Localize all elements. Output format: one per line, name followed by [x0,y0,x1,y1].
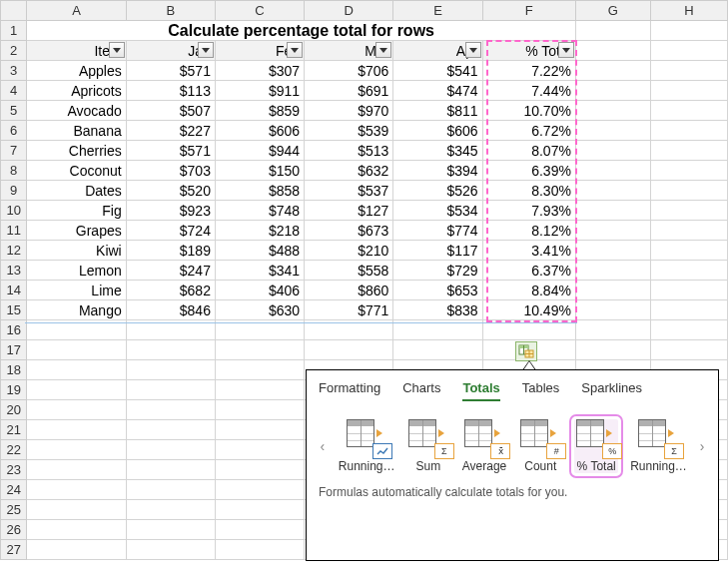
cell-feb[interactable]: $150 [215,161,304,181]
cell-feb[interactable]: $218 [215,221,304,241]
filter-icon[interactable] [198,42,214,58]
cell-empty[interactable] [215,480,304,500]
cell-item[interactable]: Apples [27,61,126,81]
cell-pct[interactable]: 8.07% [482,141,575,161]
cell-apr[interactable]: $729 [393,261,482,281]
cell-empty[interactable] [650,320,727,340]
cell-pct[interactable]: 7.93% [482,201,575,221]
cell-empty[interactable] [650,340,727,360]
cell-empty[interactable] [126,340,215,360]
cell-empty[interactable] [650,261,727,281]
cell-empty[interactable] [575,281,650,300]
cell-empty[interactable] [27,320,126,340]
cell-item[interactable]: Grapes [27,221,126,241]
col-header-E[interactable]: E [393,1,482,21]
cell-jan[interactable]: $571 [126,61,215,81]
cell-feb[interactable]: $630 [215,300,304,320]
cell-item[interactable]: Apricots [27,81,126,101]
cell-apr[interactable]: $811 [393,101,482,121]
row-header[interactable]: 13 [1,261,27,281]
row-header[interactable]: 18 [1,360,27,380]
row-header[interactable]: 17 [1,340,27,360]
cell-empty[interactable] [126,480,215,500]
cell-jan[interactable]: $724 [126,221,215,241]
select-all-corner[interactable] [1,1,27,21]
cell-empty[interactable] [215,340,304,360]
cell-empty[interactable] [650,201,727,221]
cell-empty[interactable] [650,241,727,261]
cell-mar[interactable]: $706 [305,61,393,81]
cell-empty[interactable] [575,181,650,201]
gallery-item-running2[interactable]: Σ Running… [630,419,686,473]
row-header[interactable]: 23 [1,460,27,480]
cell-empty[interactable] [650,81,727,101]
cell-empty[interactable] [650,141,727,161]
row-header-1[interactable]: 1 [1,21,27,41]
tab-formatting[interactable]: Formatting [319,380,380,401]
cell-empty[interactable] [215,520,304,540]
cell-empty[interactable] [575,241,650,261]
row-header[interactable]: 19 [1,380,27,400]
cell-item[interactable]: Coconut [27,161,126,181]
cell-empty[interactable] [126,380,215,400]
tab-totals[interactable]: Totals [462,380,499,401]
col-header-G[interactable]: G [575,1,650,21]
cell-empty[interactable] [650,300,727,320]
cell-empty[interactable] [575,300,650,320]
cell-empty[interactable] [215,460,304,480]
cell-item[interactable]: Avocado [27,101,126,121]
cell-mar[interactable]: $860 [305,281,393,300]
cell-mar[interactable]: $632 [305,161,393,181]
cell-empty[interactable] [126,400,215,420]
cell-item[interactable]: Cherries [27,141,126,161]
row-header[interactable]: 5 [1,101,27,121]
row-header[interactable]: 16 [1,320,27,340]
cell-empty[interactable] [126,360,215,380]
filter-icon[interactable] [375,42,391,58]
cell-empty[interactable] [575,121,650,141]
cell-empty[interactable] [650,221,727,241]
row-header[interactable]: 7 [1,141,27,161]
cell-empty[interactable] [27,340,126,360]
cell-empty[interactable] [126,520,215,540]
cell-empty[interactable] [575,81,650,101]
cell-empty[interactable] [215,420,304,440]
row-header[interactable]: 8 [1,161,27,181]
row-header[interactable]: 4 [1,81,27,101]
header-item[interactable]: Item [27,41,126,61]
row-header[interactable]: 24 [1,480,27,500]
cell-feb[interactable]: $858 [215,181,304,201]
cell-pct[interactable]: 6.72% [482,121,575,141]
header-feb[interactable]: Feb [215,41,304,61]
cell-empty[interactable] [650,61,727,81]
row-header[interactable]: 20 [1,400,27,420]
cell-pct[interactable]: 10.49% [482,300,575,320]
row-header-2[interactable]: 2 [1,41,27,61]
cell-pct[interactable]: 6.37% [482,261,575,281]
gallery-item-count[interactable]: # Count [518,419,562,473]
filter-icon[interactable] [287,42,303,58]
cell-mar[interactable]: $771 [305,300,393,320]
cell-jan[interactable]: $113 [126,81,215,101]
cell-pct[interactable]: 8.12% [482,221,575,241]
cell-mar[interactable]: $673 [305,221,393,241]
row-header[interactable]: 21 [1,420,27,440]
cell-jan[interactable]: $923 [126,201,215,221]
cell-empty[interactable] [575,201,650,221]
tab-charts[interactable]: Charts [402,380,440,401]
cell-apr[interactable]: $774 [393,221,482,241]
cell-apr[interactable]: $117 [393,241,482,261]
row-header[interactable]: 6 [1,121,27,141]
cell-mar[interactable]: $970 [305,101,393,121]
gallery-item-sum[interactable]: Σ Sum [406,419,450,473]
cell-jan[interactable]: $189 [126,241,215,261]
cell-empty[interactable] [215,380,304,400]
cell-jan[interactable]: $247 [126,261,215,281]
cell-feb[interactable]: $911 [215,81,304,101]
cell-empty[interactable] [27,520,126,540]
cell-empty[interactable] [575,221,650,241]
cell-empty[interactable] [650,161,727,181]
col-header-B[interactable]: B [126,1,215,21]
cell-empty[interactable] [27,460,126,480]
cell-empty[interactable] [575,261,650,281]
